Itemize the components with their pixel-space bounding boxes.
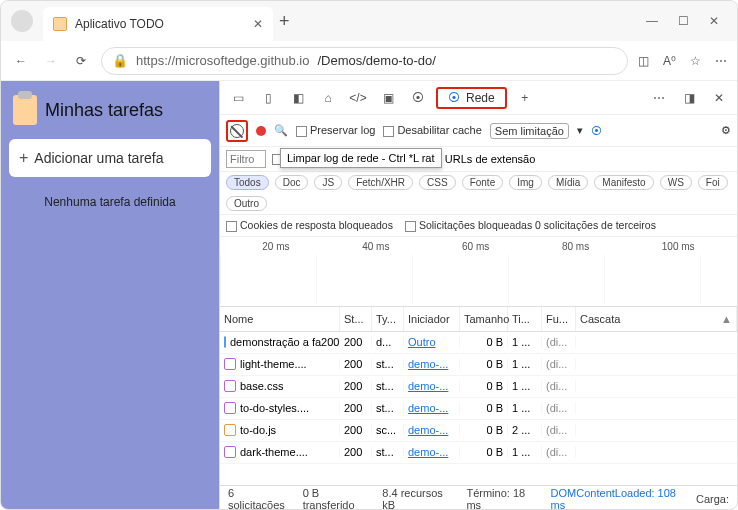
- network-toolbar: 🔍 Preservar log Desabilitar cache Sem li…: [220, 115, 737, 147]
- filter-input[interactable]: [226, 150, 266, 168]
- request-row[interactable]: dark-theme....200st...demo-...0 B1 ...(d…: [220, 442, 737, 464]
- welcome-tab-icon[interactable]: ⌂: [316, 86, 340, 110]
- request-table-body: demonstração a fa200/200d...Outro0 B1 ..…: [220, 332, 737, 464]
- browser-tab[interactable]: Aplicativo TODO ✕: [43, 7, 273, 41]
- add-task-label: Adicionar uma tarefa: [34, 150, 163, 166]
- col-fulfilled[interactable]: Fu...: [542, 307, 576, 331]
- forward-icon: →: [41, 54, 61, 68]
- url-path: /Demos/demo-to-do/: [317, 53, 436, 68]
- timeline-overview[interactable]: 20 ms40 ms60 ms80 ms100 ms: [220, 237, 737, 307]
- blocked-cookies-checkbox[interactable]: Cookies de resposta bloqueados: [226, 219, 393, 232]
- blocked-bar: Cookies de resposta bloqueados Solicitaç…: [220, 215, 737, 237]
- timeline-tick: 60 ms: [462, 241, 489, 252]
- network-conditions-icon[interactable]: ⦿: [591, 125, 602, 137]
- more-tabs-icon[interactable]: +: [513, 86, 537, 110]
- close-tab-icon[interactable]: ✕: [253, 17, 263, 31]
- minimize-icon[interactable]: —: [646, 14, 658, 28]
- back-icon[interactable]: ←: [11, 54, 31, 68]
- tracking-icon[interactable]: ◫: [638, 54, 649, 68]
- filter-chip-js[interactable]: JS: [314, 175, 342, 190]
- maximize-icon[interactable]: ☐: [678, 14, 689, 28]
- col-type[interactable]: Ty...: [372, 307, 404, 331]
- wifi-icon: ⦿: [448, 91, 460, 105]
- status-dcl: DOMContentLoaded: 108 ms: [551, 487, 682, 511]
- search-icon[interactable]: 🔍: [274, 124, 288, 137]
- col-status[interactable]: St...: [340, 307, 372, 331]
- clear-log-tooltip: Limpar log de rede - Ctrl *L rat: [280, 148, 442, 168]
- favorite-icon[interactable]: ☆: [690, 54, 701, 68]
- file-doc-icon: [224, 336, 226, 348]
- col-name[interactable]: Nome: [220, 307, 340, 331]
- read-aloud-icon[interactable]: A⁰: [663, 54, 676, 68]
- file-css-icon: [224, 446, 236, 458]
- network-tab-label: Rede: [466, 91, 495, 105]
- filter-chip-img[interactable]: Img: [509, 175, 542, 190]
- sources-tab-icon[interactable]: ⦿: [406, 86, 430, 110]
- type-filter-chips: TodosDocJSFetch/XHRCSSFonteImgMídiaManif…: [220, 172, 737, 215]
- status-finish: Término: 18 ms: [466, 487, 536, 511]
- status-resources: 8.4 recursos kB: [382, 487, 452, 511]
- request-row[interactable]: to-do.js200sc...demo-...0 B2 ...(di...: [220, 420, 737, 442]
- request-row[interactable]: light-theme....200st...demo-...0 B1 ...(…: [220, 354, 737, 376]
- file-css-icon: [224, 402, 236, 414]
- reload-icon[interactable]: ⟳: [71, 54, 91, 68]
- settings-gear-icon[interactable]: ⚙: [721, 124, 731, 137]
- record-button[interactable]: [256, 126, 266, 136]
- close-window-icon[interactable]: ✕: [709, 14, 719, 28]
- request-table-header: Nome St... Ty... Iniciador Tamanho Ti...…: [220, 307, 737, 332]
- elements-tab-icon[interactable]: </>: [346, 86, 370, 110]
- more-tools-icon[interactable]: ⋯: [647, 86, 671, 110]
- plus-icon: +: [19, 149, 28, 167]
- request-row[interactable]: to-do-styles....200st...demo-...0 B1 ...…: [220, 398, 737, 420]
- col-size[interactable]: Tamanho: [460, 307, 508, 331]
- col-time[interactable]: Ti...: [508, 307, 542, 331]
- throttling-arrow-icon[interactable]: ▾: [577, 124, 583, 137]
- filter-chip-css[interactable]: CSS: [419, 175, 456, 190]
- close-devtools-icon[interactable]: ✕: [707, 86, 731, 110]
- url-host: https://microsoftedge.github.io: [136, 53, 309, 68]
- devtools-tab-strip: ▭ ▯ ◧ ⌂ </> ▣ ⦿ ⦿ Rede + ⋯ ◨ ✕: [220, 81, 737, 115]
- preserve-log-checkbox[interactable]: Preservar log: [296, 124, 375, 137]
- todo-app-panel: Minhas tarefas + Adicionar uma tarefa Ne…: [1, 81, 219, 510]
- new-tab-button[interactable]: +: [279, 11, 290, 32]
- status-load: Carga:: [696, 493, 729, 505]
- filter-chip-outro[interactable]: Outro: [226, 196, 267, 211]
- inspect-icon[interactable]: ▭: [226, 86, 250, 110]
- clear-log-button[interactable]: [226, 120, 248, 142]
- profile-avatar[interactable]: [11, 10, 33, 32]
- file-css-icon: [224, 358, 236, 370]
- dock-icon[interactable]: ◧: [286, 86, 310, 110]
- device-icon[interactable]: ▯: [256, 86, 280, 110]
- request-row[interactable]: demonstração a fa200/200d...Outro0 B1 ..…: [220, 332, 737, 354]
- console-tab-icon[interactable]: ▣: [376, 86, 400, 110]
- filter-chip-fetch/xhr[interactable]: Fetch/XHR: [348, 175, 413, 190]
- menu-icon[interactable]: ⋯: [715, 54, 727, 68]
- status-transferred: 0 B transferido: [303, 487, 369, 511]
- filter-chip-foi[interactable]: Foi: [698, 175, 728, 190]
- empty-state-label: Nenhuma tarefa definida: [9, 177, 211, 227]
- filter-chip-mídia[interactable]: Mídia: [548, 175, 588, 190]
- timeline-tick: 80 ms: [562, 241, 589, 252]
- disable-cache-checkbox[interactable]: Desabilitar cache: [383, 124, 481, 137]
- dock-side-icon[interactable]: ◨: [677, 86, 701, 110]
- tab-network[interactable]: ⦿ Rede: [436, 87, 507, 109]
- throttling-select[interactable]: Sem limitação: [490, 123, 569, 139]
- col-waterfall[interactable]: Cascata ▲: [576, 307, 737, 331]
- file-css-icon: [224, 380, 236, 392]
- timeline-tick: 100 ms: [662, 241, 695, 252]
- tab-title: Aplicativo TODO: [75, 17, 245, 31]
- url-input[interactable]: 🔒 https://microsoftedge.github.io/Demos/…: [101, 47, 628, 75]
- filter-chip-doc[interactable]: Doc: [275, 175, 309, 190]
- add-task-button[interactable]: + Adicionar uma tarefa: [9, 139, 211, 177]
- window-controls: — ☐ ✕: [628, 14, 737, 28]
- blocked-requests-checkbox[interactable]: Solicitações bloqueadas 0 solicitações d…: [405, 219, 656, 232]
- filter-chip-manifesto[interactable]: Manifesto: [594, 175, 653, 190]
- file-js-icon: [224, 424, 236, 436]
- devtools-panel: ▭ ▯ ◧ ⌂ </> ▣ ⦿ ⦿ Rede + ⋯ ◨ ✕ 🔍 Preserv…: [219, 81, 737, 510]
- status-bar: 6 solicitações 0 B transferido 8.4 recur…: [220, 485, 737, 510]
- filter-chip-ws[interactable]: WS: [660, 175, 692, 190]
- filter-chip-todos[interactable]: Todos: [226, 175, 269, 190]
- col-initiator[interactable]: Iniciador: [404, 307, 460, 331]
- filter-chip-fonte[interactable]: Fonte: [462, 175, 504, 190]
- request-row[interactable]: base.css200st...demo-...0 B1 ...(di...: [220, 376, 737, 398]
